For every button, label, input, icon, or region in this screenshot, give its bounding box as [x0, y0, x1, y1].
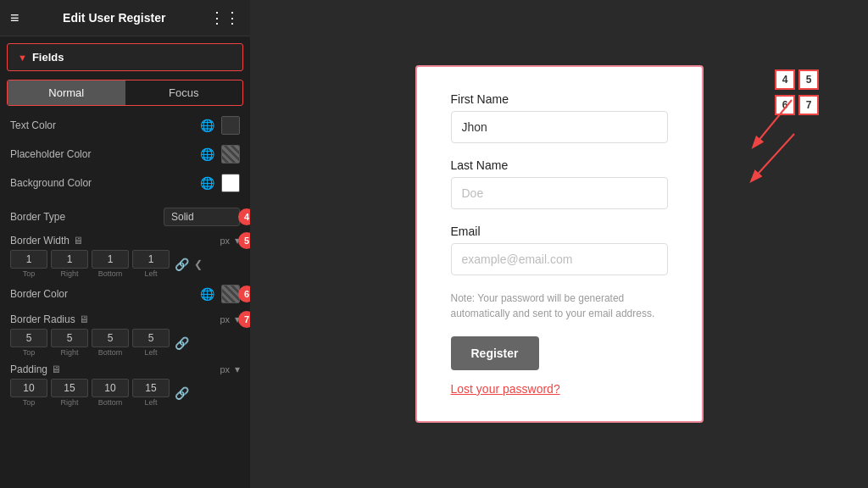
text-color-global-icon[interactable]: 🌐 [198, 116, 216, 135]
border-width-top-input[interactable]: 1 [10, 250, 47, 269]
right-label: Right [60, 269, 78, 278]
border-radius-left-input[interactable]: 5 [132, 329, 170, 347]
border-width-right-input[interactable]: 1 [51, 250, 88, 269]
padding-left-spinner: 15 Left [132, 379, 170, 407]
monitor-icon-radius: 🖥 [79, 313, 89, 325]
chevron-down-icon: ▼ [18, 53, 27, 63]
padding-unit[interactable]: px [220, 364, 230, 374]
first-name-group: First Name [451, 92, 668, 143]
text-color-label: Text Color [10, 119, 192, 131]
panel-title: Edit User Register [28, 11, 201, 25]
border-color-row: Border Color 🌐 6 [0, 280, 250, 308]
first-name-label: First Name [451, 92, 668, 106]
border-color-label: Border Color [10, 288, 192, 300]
border-width-bottom-input[interactable]: 1 [92, 250, 129, 269]
radius-left-label: Left [144, 348, 157, 357]
padding-left-input[interactable]: 15 [132, 379, 170, 397]
padding-bottom-spinner: 10 Bottom [92, 379, 129, 407]
border-radius-label: Border Radius 🖥 [10, 313, 214, 325]
form-note: Note: Your password will be generated au… [451, 291, 668, 321]
tab-normal[interactable]: Normal [8, 80, 125, 105]
arrow-6-svg [731, 125, 807, 193]
border-radius-bottom-input[interactable]: 5 [92, 329, 129, 347]
padding-spinners: 10 Top 15 Right 10 Bottom 15 Left 🔗 [0, 377, 250, 408]
border-width-spinners: 1 Top 1 Right 1 Bottom 1 Left 🔗 ❮ [0, 248, 250, 280]
email-group: Email [451, 225, 668, 275]
border-width-left-input[interactable]: 1 [132, 250, 170, 269]
padding-top-label: Top [23, 398, 36, 407]
last-name-input[interactable] [451, 177, 668, 209]
lost-password-link[interactable]: Lost your password? [451, 382, 668, 396]
link-icon-padding[interactable]: 🔗 [173, 386, 191, 400]
radius-top-label: Top [23, 348, 36, 357]
border-type-label: Border Type [10, 211, 159, 223]
email-input[interactable] [451, 243, 668, 275]
annotations-row-2: 6 7 [775, 95, 819, 115]
top-bar: ≡ Edit User Register ⋮⋮ [0, 0, 250, 36]
border-color-global-icon[interactable]: 🌐 [198, 285, 216, 303]
border-width-bottom-spinner: 1 Bottom [92, 250, 129, 278]
first-name-input[interactable] [451, 111, 668, 143]
bottom-label: Bottom [98, 269, 123, 278]
collapse-icon-border-width[interactable]: ❮ [194, 258, 203, 270]
padding-bottom-label: Bottom [98, 398, 123, 407]
right-panel: First Name Last Name Email Note: Your pa… [250, 0, 868, 488]
border-width-left-spinner: 1 Left [132, 250, 170, 278]
padding-top-input[interactable]: 10 [10, 379, 47, 397]
border-type-row: Border Type Solid 4 [0, 204, 250, 230]
border-type-select[interactable]: Solid [164, 208, 240, 226]
border-radius-spinners: 5 Top 5 Right 5 Bottom 5 Left 🔗 [0, 327, 250, 358]
padding-right-label: Right [60, 398, 78, 407]
border-width-unit[interactable]: px [220, 236, 230, 246]
badge-4: 4 [238, 208, 250, 225]
border-radius-unit[interactable]: px [220, 314, 230, 324]
annotations-group: 4 5 6 7 [775, 69, 819, 115]
padding-top-spinner: 10 Top [10, 379, 47, 407]
badge-7-annotation: 7 [798, 95, 819, 115]
last-name-label: Last Name [451, 158, 668, 172]
border-radius-unit-row: Border Radius 🖥 px ▾ 7 [0, 312, 250, 327]
form-card: First Name Last Name Email Note: Your pa… [415, 65, 704, 423]
border-width-unit-row: Border Width 🖥 px ▾ 5 [0, 233, 250, 248]
placeholder-color-row: Placeholder Color 🌐 [0, 140, 250, 169]
left-panel: ≡ Edit User Register ⋮⋮ ▼ Fields Normal … [0, 0, 250, 488]
background-color-label: Background Color [10, 177, 192, 189]
border-color-swatch[interactable] [221, 285, 240, 303]
fields-section-header[interactable]: ▼ Fields [7, 43, 243, 71]
border-radius-left-spinner: 5 Left [132, 329, 170, 357]
border-radius-top-input[interactable]: 5 [10, 329, 47, 347]
border-radius-right-input[interactable]: 5 [51, 329, 88, 347]
placeholder-color-global-icon[interactable]: 🌐 [198, 145, 216, 164]
link-icon-border-radius[interactable]: 🔗 [173, 336, 191, 350]
grid-icon[interactable]: ⋮⋮ [209, 8, 240, 27]
badge-5: 5 [238, 232, 250, 249]
annotations-row-1: 4 5 [775, 69, 819, 90]
badge-4-annotation: 4 [775, 69, 795, 90]
border-radius-right-spinner: 5 Right [51, 329, 88, 357]
padding-bottom-input[interactable]: 10 [92, 379, 129, 397]
badge-6: 6 [238, 286, 250, 302]
padding-unit-row: Padding 🖥 px ▾ [0, 362, 250, 377]
badge-5-annotation: 5 [798, 69, 819, 90]
register-button[interactable]: Register [451, 336, 539, 370]
border-width-right-spinner: 1 Right [51, 250, 88, 278]
monitor-icon: 🖥 [73, 235, 83, 247]
border-radius-top-spinner: 5 Top [10, 329, 47, 357]
padding-right-input[interactable]: 15 [51, 379, 88, 397]
text-color-row: Text Color 🌐 [0, 111, 250, 140]
normal-focus-tabs: Normal Focus [7, 80, 243, 106]
top-label: Top [23, 269, 36, 278]
link-icon-border-width[interactable]: 🔗 [173, 258, 191, 271]
menu-icon[interactable]: ≡ [10, 9, 19, 27]
placeholder-color-swatch[interactable] [221, 145, 240, 164]
text-color-swatch[interactable] [221, 116, 240, 135]
background-color-swatch[interactable] [221, 174, 240, 192]
badge-6-annotation: 6 [775, 95, 795, 115]
padding-left-label: Left [144, 398, 157, 407]
border-radius-bottom-spinner: 5 Bottom [92, 329, 129, 357]
unit-dropdown-icon-padding[interactable]: ▾ [235, 363, 240, 375]
tab-focus[interactable]: Focus [125, 80, 243, 105]
background-color-global-icon[interactable]: 🌐 [198, 174, 216, 192]
last-name-group: Last Name [451, 158, 668, 209]
placeholder-color-label: Placeholder Color [10, 148, 192, 160]
